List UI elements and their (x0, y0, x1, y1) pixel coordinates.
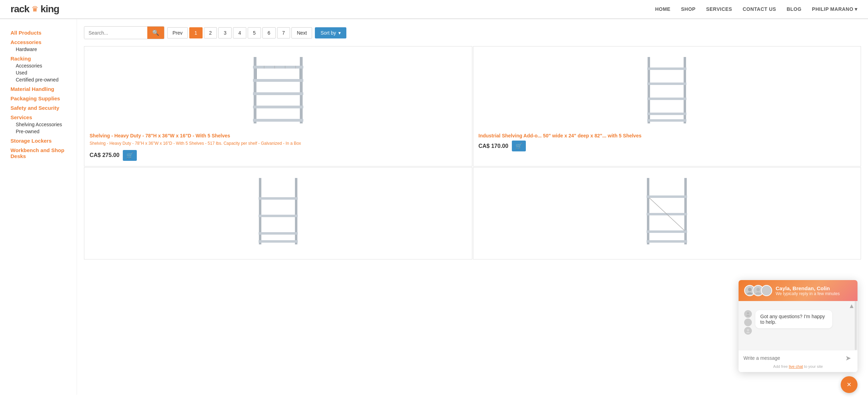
chat-footer: ➤ Add free live chat to your site (739, 350, 858, 372)
chat-message-row: Got any questions? I'm happy to help. (744, 310, 852, 335)
search-icon: 🔍 (152, 30, 159, 36)
logo[interactable]: rack ♛ king (10, 3, 59, 15)
svg-rect-15 (647, 67, 686, 70)
sidebar-item-services[interactable]: Services (10, 114, 70, 120)
svg-rect-22 (259, 197, 298, 200)
chat-avatars (744, 285, 772, 296)
next-button[interactable]: Next (291, 27, 312, 38)
svg-point-39 (747, 312, 749, 314)
svg-point-38 (764, 292, 769, 294)
sidebar-item-workbench-shop-desks[interactable]: Workbench and Shop Desks (10, 147, 70, 159)
page-5-button[interactable]: 5 (248, 27, 261, 38)
send-icon: ➤ (845, 354, 851, 362)
product-price-row-1: CA$ 275.00 🛒 (90, 150, 467, 161)
main-nav: HOME SHOP SERVICES CONTACT US BLOG PHILI… (655, 6, 858, 12)
product-card-1[interactable]: Shelving - Heavy Duty - 78"H x 36"W x 16… (84, 46, 472, 166)
prev-button[interactable]: Prev (167, 27, 188, 38)
page-7-button[interactable]: 7 (277, 27, 290, 38)
logo-king: king (41, 3, 59, 15)
product-image-2 (479, 52, 856, 129)
chat-close-button[interactable]: × (841, 376, 858, 393)
product-price-2: CA$ 170.00 (479, 143, 508, 149)
sidebar-item-shelving-accessories[interactable]: Shelving Accessories (10, 122, 70, 127)
chat-message-input[interactable] (743, 355, 844, 361)
search-button[interactable]: 🔍 (147, 27, 164, 39)
nav-blog[interactable]: BLOG (786, 6, 801, 12)
sidebar: All Products Accessories Hardware Rackin… (0, 19, 77, 395)
chat-message-avatars (744, 310, 752, 335)
shelf-illustration-4 (639, 176, 695, 246)
product-title-2: Industrial Shelving Add-o... 50" wide x … (479, 133, 856, 138)
sort-label: Sort by (320, 30, 336, 36)
sort-button[interactable]: Sort by ▾ (315, 27, 346, 38)
nav-shop[interactable]: SHOP (681, 6, 696, 12)
page-2-button[interactable]: 2 (204, 27, 217, 38)
chat-live-chat-link[interactable]: live chat (789, 364, 803, 369)
chat-msg-avatar-1 (744, 310, 752, 318)
crown-icon: ♛ (31, 5, 38, 14)
nav-user[interactable]: PHILIP MARANO ▾ (812, 6, 858, 12)
chat-input-row: ➤ (743, 354, 853, 362)
svg-rect-26 (647, 178, 649, 244)
search-wrap: 🔍 (84, 26, 164, 39)
chat-header-info: Cayla, Brendan, Colin We typically reply… (776, 285, 840, 296)
sidebar-item-racking[interactable]: Racking (10, 56, 70, 62)
add-to-cart-button-2[interactable]: 🛒 (512, 141, 526, 151)
chat-scrollbar[interactable] (855, 301, 857, 350)
chat-widget: Cayla, Brendan, Colin We typically reply… (739, 280, 858, 372)
svg-rect-30 (647, 230, 687, 233)
sidebar-item-used[interactable]: Used (10, 70, 70, 76)
svg-point-35 (756, 288, 760, 291)
nav-home[interactable]: HOME (655, 6, 670, 12)
svg-rect-3 (253, 79, 303, 82)
page-3-button[interactable]: 3 (218, 27, 232, 38)
sidebar-item-safety-security[interactable]: Safety and Security (10, 105, 70, 111)
chat-powered-text: Add free live chat to your site (743, 364, 853, 369)
chat-agent-names: Cayla, Brendan, Colin (776, 285, 840, 291)
chat-msg-avatar-3 (744, 327, 752, 335)
product-image-3 (90, 173, 467, 250)
sidebar-item-racking-accessories[interactable]: Accessories (10, 63, 70, 69)
svg-rect-19 (647, 119, 686, 122)
product-card-2[interactable]: Industrial Shelving Add-o... 50" wide x … (473, 46, 861, 166)
nav-contact[interactable]: CONTACT US (743, 6, 776, 12)
svg-rect-31 (647, 240, 687, 243)
chat-send-button[interactable]: ➤ (844, 354, 853, 362)
page-6-button[interactable]: 6 (262, 27, 276, 38)
svg-rect-18 (647, 113, 686, 115)
sidebar-item-material-handling[interactable]: Material Handling (10, 86, 70, 92)
sidebar-item-hardware[interactable]: Hardware (10, 47, 70, 52)
page-4-button[interactable]: 4 (233, 27, 246, 38)
nav-services[interactable]: SERVICES (706, 6, 732, 12)
svg-rect-17 (647, 98, 686, 100)
sidebar-item-pre-owned[interactable]: Pre-owned (10, 129, 70, 134)
product-image-4 (479, 173, 856, 250)
svg-point-43 (747, 329, 749, 331)
sidebar-item-storage-lockers[interactable]: Storage Lockers (10, 138, 70, 144)
svg-rect-16 (647, 83, 686, 85)
sidebar-item-certified-pre-owned[interactable]: Certified pre-owned (10, 77, 70, 83)
page-1-button[interactable]: 1 (189, 27, 203, 38)
main-layout: All Products Accessories Hardware Rackin… (0, 19, 868, 395)
svg-point-34 (747, 292, 753, 294)
svg-point-33 (748, 288, 751, 291)
search-input[interactable] (84, 27, 147, 39)
product-price-1: CA$ 275.00 (90, 152, 119, 158)
product-desc-1: Shelving - Heavy Duty - 78"H x 36"W x 16… (90, 141, 467, 147)
sidebar-item-packaging-supplies[interactable]: Packaging Supplies (10, 95, 70, 101)
sidebar-item-accessories[interactable]: Accessories (10, 39, 70, 45)
svg-rect-28 (647, 195, 687, 198)
shelf-illustration-3 (250, 176, 306, 246)
svg-rect-23 (259, 215, 298, 217)
chat-avatar-3 (761, 285, 772, 296)
sidebar-item-all-products[interactable]: All Products (10, 30, 70, 36)
add-to-cart-button-1[interactable]: 🛒 (123, 150, 137, 161)
chat-body: ▲ Got any questions? I'm happy to help. (739, 301, 858, 350)
product-card-4[interactable] (473, 167, 861, 259)
svg-rect-25 (259, 240, 298, 243)
product-image-1 (90, 52, 467, 129)
pagination: Prev 1 2 3 4 5 6 7 Next (167, 27, 312, 38)
product-title-1: Shelving - Heavy Duty - 78"H x 36"W x 16… (90, 133, 467, 138)
product-card-3[interactable] (84, 167, 472, 259)
product-price-row-2: CA$ 170.00 🛒 (479, 141, 856, 151)
